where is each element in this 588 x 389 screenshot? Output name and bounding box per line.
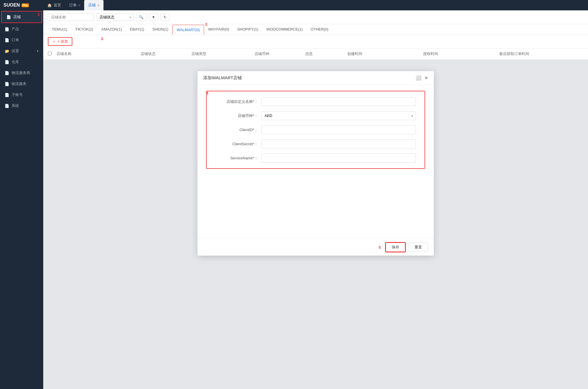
currency-select-wrapper: AED USD EUR GBP CNY JPY CAD AUD bbox=[261, 111, 416, 120]
tab-orders[interactable]: 订单 × bbox=[65, 0, 84, 10]
tab-shopify[interactable]: SHOPIFY(1) bbox=[233, 24, 262, 35]
form-label-clientid: ClientID*： bbox=[215, 127, 261, 133]
annotation-2: 2 bbox=[205, 22, 207, 27]
service-name-input[interactable] bbox=[261, 154, 416, 163]
form-label-currency: 店铺币种*： bbox=[215, 113, 261, 118]
sidebar-logistics-provider-label: 物流服务商 bbox=[12, 70, 30, 75]
orders-icon: 📄 bbox=[5, 38, 9, 42]
store-name-input[interactable] bbox=[261, 97, 416, 106]
refresh-button[interactable]: ↻ bbox=[161, 13, 169, 21]
sidebar-orders-label: 订单 bbox=[12, 37, 19, 43]
logistics-service-icon: 📄 bbox=[5, 82, 9, 86]
sidebar-settings-label: 设置 bbox=[12, 48, 19, 54]
home-icon: 🏠 bbox=[47, 3, 52, 7]
client-secret-input[interactable] bbox=[261, 139, 416, 148]
dialog-header-buttons: ⬜ ✕ bbox=[416, 75, 428, 81]
form-row-storename: 店铺自定义名称*： bbox=[215, 97, 416, 106]
sidebar-item-warehouse[interactable]: 📄 仓库 bbox=[0, 56, 43, 67]
sidebar-item-system[interactable]: 📄 系统 bbox=[0, 100, 43, 111]
status-select-wrapper: 店铺状态 bbox=[96, 13, 134, 21]
sidebar: 📄 店铺 1 📄 产品 📄 订单 📁 设置 ▾ 📄 仓库 📄 物流服务商 📄 物… bbox=[0, 10, 43, 389]
logistics-provider-icon: 📄 bbox=[5, 71, 9, 75]
tab-amazon[interactable]: AMAZON(1) bbox=[97, 24, 126, 35]
filter-button[interactable]: ▼ bbox=[149, 13, 158, 21]
annotation-4: 4 bbox=[206, 91, 208, 95]
sidebar-item-subaccount[interactable]: 📄 子账号 bbox=[0, 89, 43, 100]
form-row-clientid: ClientID*： bbox=[215, 125, 416, 134]
annotation-5: 5 bbox=[379, 245, 381, 250]
add-walmart-dialog: 添加WALMART店铺 ⬜ ✕ 4 店铺自定义名称*： bbox=[197, 71, 434, 256]
annotation-1: 1 bbox=[37, 12, 40, 17]
form-label-storename: 店铺自定义名称*： bbox=[215, 99, 261, 104]
tab-stores-label: 店铺 bbox=[88, 3, 96, 8]
form-label-clientsecret: ClientSecret*： bbox=[215, 141, 261, 147]
col-header-status: 店铺状态 bbox=[141, 51, 191, 56]
table-checkbox-all[interactable] bbox=[48, 52, 56, 56]
tab-tiktok[interactable]: TIKTOK(2) bbox=[71, 24, 97, 35]
platform-tabs: TEMU(1) TIKTOK(2) AMAZON(1) EBAY(1) SHEI… bbox=[43, 24, 588, 35]
tab-orders-close[interactable]: × bbox=[78, 4, 80, 7]
dialog-header: 添加WALMART店铺 ⬜ ✕ bbox=[197, 71, 434, 85]
tab-shein[interactable]: SHEIN(1) bbox=[148, 24, 172, 35]
form-label-servicename: ServiceName*： bbox=[215, 156, 261, 161]
sidebar-item-settings[interactable]: 📁 设置 ▾ bbox=[0, 46, 43, 56]
select-all-checkbox[interactable] bbox=[48, 52, 52, 55]
dialog-title: 添加WALMART店铺 bbox=[203, 75, 242, 81]
status-select[interactable]: 店铺状态 bbox=[96, 13, 134, 21]
scroll-area: 添加WALMART店铺 ⬜ ✕ 4 店铺自定义名称*： bbox=[43, 60, 588, 389]
sidebar-item-products[interactable]: 📄 产品 bbox=[0, 24, 43, 35]
system-icon: 📄 bbox=[5, 104, 9, 108]
action-bar: ＋ + 添加 3 bbox=[43, 35, 588, 48]
col-header-info: 信息 bbox=[305, 51, 347, 56]
search-input[interactable] bbox=[48, 13, 94, 21]
products-icon: 📄 bbox=[5, 27, 9, 31]
add-icon: ＋ bbox=[52, 39, 56, 44]
col-header-type: 店铺类型 bbox=[191, 51, 255, 56]
col-header-name: 店铺名称 bbox=[56, 51, 141, 56]
tab-other[interactable]: OTHER(0) bbox=[307, 24, 332, 35]
tab-stores[interactable]: 店铺 × bbox=[84, 0, 103, 10]
sidebar-item-orders[interactable]: 📄 订单 bbox=[0, 35, 43, 46]
tab-temu[interactable]: TEMU(1) bbox=[48, 24, 71, 35]
subaccount-icon: 📄 bbox=[5, 93, 9, 97]
add-label: + 添加 bbox=[57, 39, 68, 44]
dialog-maximize-button[interactable]: ⬜ bbox=[416, 75, 421, 81]
annotation-3: 3 bbox=[101, 37, 103, 41]
sidebar-products-label: 产品 bbox=[12, 27, 19, 32]
tab-woocommerce[interactable]: WOOCOMMERCE(1) bbox=[262, 24, 307, 35]
form-wrapper: 店铺自定义名称*： 店铺币种*： AED USD E bbox=[206, 91, 425, 169]
app-name: SUOEN bbox=[3, 3, 20, 8]
col-header-currency: 店铺币种 bbox=[255, 51, 305, 56]
sidebar-system-label: 系统 bbox=[12, 103, 19, 108]
logo-area: SUOEN Pro bbox=[0, 0, 43, 10]
sidebar-stores-label: 店铺 bbox=[13, 14, 21, 20]
settings-icon: 📁 bbox=[5, 49, 9, 53]
search-button[interactable]: 🔍 bbox=[136, 13, 146, 21]
sidebar-warehouse-label: 仓库 bbox=[12, 59, 19, 65]
add-store-button[interactable]: ＋ + 添加 bbox=[48, 37, 72, 46]
tab-walmart[interactable]: WALMART(0) 2 bbox=[172, 25, 204, 35]
form-row-clientsecret: ClientSecret*： bbox=[215, 139, 416, 148]
tab-wayfair[interactable]: WAYFAIR(0) bbox=[204, 24, 233, 35]
tab-ebay[interactable]: EBAY(1) bbox=[126, 24, 148, 35]
tab-home[interactable]: 🏠 首页 bbox=[43, 0, 65, 10]
tab-orders-label: 订单 bbox=[69, 3, 77, 8]
sidebar-subaccount-label: 子账号 bbox=[12, 92, 23, 97]
save-button[interactable]: 保存 bbox=[385, 242, 406, 252]
dialog-footer: 5 保存 重置 bbox=[197, 239, 434, 256]
client-id-input[interactable] bbox=[261, 125, 416, 134]
content-area: 店铺状态 🔍 ▼ ↻ TEMU(1) TIKTOK(2) AMAZON(1) E… bbox=[43, 10, 588, 389]
pro-badge: Pro bbox=[22, 3, 29, 7]
col-header-lastorder: 最后获取订单时间 bbox=[499, 51, 583, 56]
sidebar-item-stores[interactable]: 📄 店铺 1 bbox=[1, 11, 42, 23]
sidebar-item-logistics-service[interactable]: 📄 物流服务 bbox=[0, 78, 43, 89]
dialog-close-button[interactable]: ✕ bbox=[424, 75, 428, 81]
dialog-overlay: 添加WALMART店铺 ⬜ ✕ 4 店铺自定义名称*： bbox=[43, 60, 588, 389]
settings-arrow-icon: ▾ bbox=[37, 49, 39, 53]
reset-button[interactable]: 重置 bbox=[408, 243, 428, 252]
sidebar-item-logistics-provider[interactable]: 📄 物流服务商 bbox=[0, 67, 43, 78]
currency-select[interactable]: AED USD EUR GBP CNY JPY CAD AUD bbox=[261, 111, 416, 120]
stores-icon: 📄 bbox=[6, 15, 11, 19]
tab-stores-close[interactable]: × bbox=[97, 4, 99, 7]
table-header: 店铺名称 店铺状态 店铺类型 店铺币种 信息 创建时间 授权时间 最后获取订单时… bbox=[43, 48, 588, 60]
